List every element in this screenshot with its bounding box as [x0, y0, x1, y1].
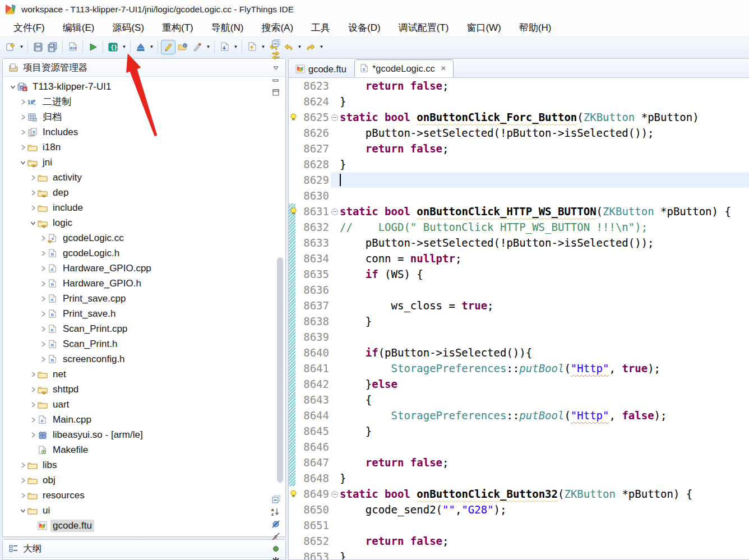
tree-item-include[interactable]: include — [3, 200, 285, 215]
export-doc-icon[interactable] — [246, 40, 259, 54]
expander-closed-icon[interactable] — [29, 370, 38, 379]
menu-item-10[interactable]: 帮助(H) — [512, 20, 558, 36]
save-all-icon[interactable] — [46, 40, 59, 54]
tab-close-icon[interactable]: ✕ — [440, 64, 447, 72]
expander-closed-icon[interactable] — [29, 188, 38, 197]
menu-item-3[interactable]: 重构(T) — [155, 20, 200, 36]
tree-item-ui[interactable]: ui — [3, 503, 285, 518]
link-editor-icon[interactable] — [270, 49, 282, 62]
expander-closed-icon[interactable] — [39, 340, 48, 349]
code-line-8652[interactable]: 8652 return false; — [289, 533, 749, 549]
tree-item-uart[interactable]: uart — [3, 397, 285, 412]
menu-item-4[interactable]: 导航(N) — [205, 20, 251, 36]
save-icon[interactable] — [31, 40, 45, 54]
collapse-all-icon[interactable] — [270, 493, 282, 506]
code-text[interactable]: pButton->setSelected(!pButton->isSelecte… — [340, 235, 749, 251]
code-line-8649[interactable]: 8649static bool onButtonClick_Button32(Z… — [289, 486, 749, 502]
tree-item-t113-klipper-7-ui1[interactable]: CxT113-klipper-7-UI1 — [3, 79, 285, 94]
expander-closed-icon[interactable] — [39, 355, 48, 364]
pen-icon[interactable] — [191, 40, 204, 54]
dropdown-arrow-icon[interactable]: ▼ — [296, 40, 303, 54]
fold-marker-icon[interactable] — [331, 203, 340, 219]
menu-item-8[interactable]: 调试配置(T) — [392, 20, 456, 36]
tree-item-t113-klipper-5[interactable]: Cxt113-klipper-...5 — [3, 533, 285, 536]
menu-item-1[interactable]: 编辑(E) — [56, 20, 101, 36]
code-text[interactable] — [340, 282, 749, 298]
run-icon[interactable] — [86, 40, 100, 54]
code-text[interactable]: StoragePreferences::putBool("Http", fals… — [340, 408, 749, 423]
tree-item-libeasyui-so-arm-le-[interactable]: libeasyui.so - [arm/le] — [3, 427, 285, 442]
sort-icon[interactable]: az — [270, 506, 282, 518]
code-line-8638[interactable]: 8638 } — [289, 313, 749, 329]
code-line-8634[interactable]: 8634 conn = nullptr; — [289, 251, 749, 266]
code-line-8624[interactable]: 8624} — [289, 94, 749, 109]
expander-closed-icon[interactable] — [39, 294, 48, 303]
code-line-8643[interactable]: 8643 { — [289, 392, 749, 408]
tree-item-screenconfig-h[interactable]: hscreenconfig.h — [3, 351, 285, 367]
menu-item-7[interactable]: 设备(D) — [341, 20, 387, 36]
tree-item-scan-print-h[interactable]: hScan_Print.h — [3, 336, 285, 351]
code-line-8646[interactable]: 8646 — [289, 439, 749, 455]
binary-doc-icon[interactable]: 010 — [66, 40, 80, 54]
code-line-8623[interactable]: 8623 return false; — [289, 78, 749, 94]
tree-item-jni[interactable]: jni — [3, 155, 285, 170]
open-folder-icon[interactable] — [176, 40, 189, 54]
tree-item-print-save-cpp[interactable]: cPrint_save.cpp — [3, 291, 285, 306]
dropdown-arrow-icon[interactable]: ▼ — [318, 40, 325, 54]
code-text[interactable]: { — [340, 392, 749, 408]
code-text[interactable]: } — [340, 94, 749, 109]
expander-closed-icon[interactable] — [19, 461, 27, 470]
code-text[interactable]: ws_closs = true; — [340, 298, 749, 313]
tree-item-includes[interactable]: hIncludes — [3, 124, 285, 140]
code-line-8644[interactable]: 8644 StoragePreferences::putBool("Http",… — [289, 408, 749, 423]
menu-item-9[interactable]: 窗口(W) — [460, 20, 507, 36]
code-line-8636[interactable]: 8636 — [289, 282, 749, 298]
menu-item-6[interactable]: 工具 — [304, 20, 337, 36]
tree-item-gcodelogic-cc[interactable]: cgcodeLogic.cc — [3, 230, 285, 246]
back-icon[interactable] — [282, 40, 295, 54]
expander-open-icon[interactable] — [19, 506, 27, 515]
menu-item-5[interactable]: 搜索(A) — [255, 20, 300, 36]
dropdown-arrow-icon[interactable]: ▼ — [18, 40, 25, 54]
tree-item-main-cpp[interactable]: cMain.cpp — [3, 412, 285, 427]
expander-closed-icon[interactable] — [19, 113, 27, 122]
expander-closed-icon[interactable] — [39, 325, 48, 334]
explorer-scrollbar[interactable] — [277, 257, 283, 483]
code-text[interactable]: }else — [340, 376, 749, 392]
tree-item-print-save-h[interactable]: hPrint_save.h — [3, 306, 285, 321]
code-text[interactable]: static bool onButtonClick_Forc_Button(ZK… — [340, 109, 749, 125]
code-line-8651[interactable]: 8651 — [289, 517, 749, 533]
hide-nonpublic-icon[interactable] — [270, 518, 282, 530]
code-text[interactable]: } — [340, 470, 749, 486]
code-editor[interactable]: 8623 return false;8624}8625static bool o… — [289, 78, 749, 559]
code-text[interactable] — [340, 439, 749, 455]
deploy-triangle-icon[interactable] — [134, 40, 147, 54]
code-line-8639[interactable]: 8639 — [289, 329, 749, 345]
linked-asterisk-icon[interactable] — [270, 555, 282, 560]
quickfix-bulb-icon[interactable] — [289, 489, 298, 498]
code-text[interactable]: if(pButton->isSelected()){ — [340, 345, 749, 360]
code-text[interactable]: } — [340, 313, 749, 329]
expander-closed-icon[interactable] — [29, 203, 38, 212]
forward-icon[interactable] — [304, 40, 317, 54]
fold-marker-icon[interactable] — [331, 109, 340, 125]
editor-tab--gcodelogic-cc[interactable]: c*gcodeLogic.cc✕ — [354, 59, 454, 77]
tree-item-dep[interactable]: dep — [3, 185, 285, 200]
expander-closed-icon[interactable] — [19, 128, 27, 137]
editor-tab-gcode-ftu[interactable]: gcode.ftu — [291, 61, 352, 77]
expander-closed-icon[interactable] — [39, 234, 48, 243]
tree-item--[interactable]: 归档 — [3, 109, 285, 124]
expander-closed-icon[interactable] — [29, 173, 38, 182]
braces-icon[interactable]: {} — [107, 40, 120, 54]
code-text[interactable]: } — [340, 156, 749, 172]
tree-item-net[interactable]: net — [3, 367, 285, 382]
code-line-8640[interactable]: 8640 if(pButton->isSelected()){ — [289, 345, 749, 360]
expander-closed-icon[interactable] — [19, 491, 27, 500]
tree-item-resources[interactable]: resources — [3, 488, 285, 503]
fold-marker-icon[interactable] — [331, 486, 340, 502]
dropdown-arrow-icon[interactable]: ▼ — [205, 40, 212, 54]
tree-item-shttpd[interactable]: shttpd — [3, 382, 285, 397]
collapse-all-icon[interactable] — [270, 37, 282, 49]
code-text[interactable]: if (WS) { — [340, 266, 749, 282]
filter-dot-icon[interactable] — [270, 543, 282, 555]
